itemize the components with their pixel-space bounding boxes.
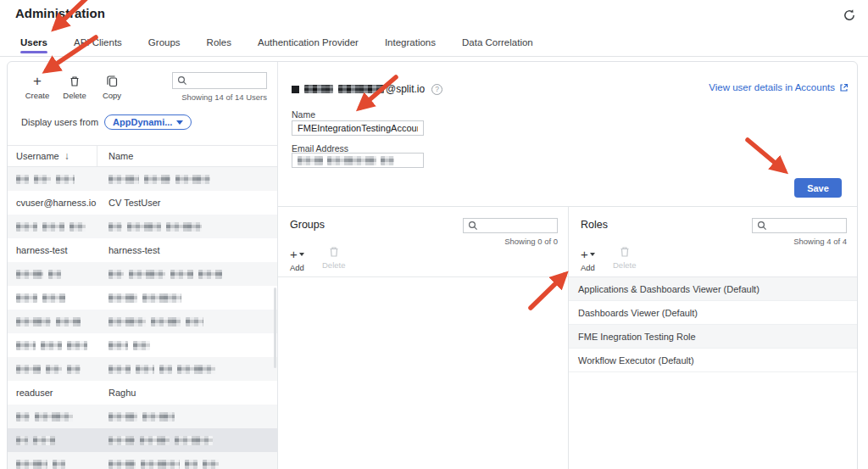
copy-icon <box>96 74 128 88</box>
user-name-cell: harness-test <box>97 245 277 255</box>
user-row[interactable] <box>8 357 277 381</box>
tab-data-correlation[interactable]: Data Correlation <box>462 34 533 54</box>
redacted-text <box>108 175 139 184</box>
display-users-dropdown[interactable]: AppDynami... <box>104 114 192 130</box>
email-domain: @split.io <box>386 83 425 95</box>
redacted-text <box>53 460 65 469</box>
user-name-cell <box>97 412 277 422</box>
copy-user-button[interactable]: Copy <box>96 74 128 104</box>
redacted-text <box>16 341 36 350</box>
user-name-cell <box>97 365 277 374</box>
user-username-cell <box>8 222 97 232</box>
redacted-text <box>203 460 219 469</box>
redacted-text <box>42 222 64 232</box>
tab-api-clients[interactable]: API Clients <box>74 34 122 54</box>
redacted-text <box>198 270 222 279</box>
tab-authentication-provider[interactable]: Authentication Provider <box>258 34 359 54</box>
search-icon <box>177 75 187 86</box>
redacted-text <box>141 460 180 469</box>
user-row[interactable] <box>8 286 277 310</box>
redacted-text <box>185 460 198 469</box>
name-input[interactable] <box>292 120 424 136</box>
user-row[interactable] <box>8 333 277 357</box>
plus-icon: + <box>581 248 588 260</box>
user-name-cell <box>97 341 277 350</box>
tab-users[interactable]: Users <box>20 34 47 54</box>
user-row[interactable]: cvuser@harness.ioCV TestUser <box>8 191 277 215</box>
redacted-text <box>108 293 137 303</box>
save-button[interactable]: Save <box>794 178 842 198</box>
user-detail-section: @split.io ? Name Email Address View user… <box>278 62 857 206</box>
refresh-icon[interactable] <box>841 7 858 24</box>
groups-search-input[interactable] <box>481 221 553 231</box>
tab-groups[interactable]: Groups <box>148 34 181 54</box>
chevron-down-icon <box>299 253 304 256</box>
user-name-cell <box>97 270 277 279</box>
delete-user-button[interactable]: Delete <box>58 74 91 104</box>
name-column-header[interactable]: Name <box>97 151 277 161</box>
user-row[interactable]: readuserRaghu <box>8 381 277 405</box>
create-user-button[interactable]: + Create <box>21 74 53 104</box>
groups-delete-button[interactable]: Delete <box>322 245 345 270</box>
user-row[interactable] <box>8 310 277 333</box>
redacted-text <box>16 436 28 445</box>
redacted-text <box>16 175 29 184</box>
external-link-icon <box>839 83 849 92</box>
view-accounts-link[interactable]: View user details in Accounts <box>709 82 849 92</box>
scrollbar-thumb[interactable] <box>274 288 276 368</box>
groups-panel: Groups Showing 0 of 0 + Add <box>278 207 569 469</box>
user-row[interactable] <box>8 215 277 238</box>
redacted-text <box>108 412 137 422</box>
redacted-text <box>108 341 128 350</box>
redacted-text <box>166 222 202 232</box>
user-row[interactable]: harness-testharness-test <box>8 238 277 262</box>
user-row[interactable] <box>8 452 277 469</box>
user-username-cell <box>8 293 97 303</box>
users-searchbox <box>172 72 267 89</box>
groups-add-button[interactable]: + Add <box>290 247 304 272</box>
tab-integrations[interactable]: Integrations <box>385 34 436 54</box>
help-icon[interactable]: ? <box>431 84 442 95</box>
role-row[interactable]: Applications & Dashboards Viewer (Defaul… <box>569 277 857 301</box>
users-search-input[interactable] <box>191 75 262 86</box>
redacted-text <box>140 436 170 445</box>
redacted-text <box>33 436 55 445</box>
user-row[interactable] <box>8 405 277 428</box>
tab-roles[interactable]: Roles <box>207 34 231 54</box>
groups-showing-count: Showing 0 of 0 <box>504 237 558 246</box>
role-row[interactable]: Workflow Executor (Default) <box>569 349 857 372</box>
username-column-header[interactable]: Username ↓ <box>8 146 97 166</box>
redacted-text <box>16 317 51 327</box>
roles-delete-button[interactable]: Delete <box>613 245 636 270</box>
redacted-text <box>108 317 146 327</box>
redacted-text <box>338 85 384 93</box>
redacted-text <box>42 293 65 303</box>
redacted-text <box>48 270 61 279</box>
redacted-text <box>108 436 135 445</box>
user-row[interactable] <box>8 262 277 286</box>
user-name-cell <box>97 436 277 445</box>
redacted-text <box>16 412 30 422</box>
redacted-text <box>298 156 323 165</box>
redacted-text <box>186 317 203 327</box>
user-detail-area: @split.io ? Name Email Address View user… <box>278 62 857 469</box>
redacted-text <box>327 156 376 165</box>
user-name-cell: CV TestUser <box>97 198 277 208</box>
user-username-cell <box>8 317 97 327</box>
roles-search-input[interactable] <box>771 221 842 231</box>
redacted-text <box>381 156 394 165</box>
role-row[interactable]: Dashboards Viewer (Default) <box>569 301 857 325</box>
redacted-text <box>136 365 154 374</box>
user-username-cell <box>8 175 97 184</box>
user-email-heading: @split.io ? <box>292 83 442 95</box>
redacted-text <box>70 222 86 232</box>
redacted-text <box>16 460 47 469</box>
chevron-down-icon <box>590 253 595 256</box>
roles-add-button[interactable]: + Add <box>581 247 595 272</box>
redacted-text <box>177 365 215 374</box>
user-row[interactable] <box>8 428 277 452</box>
email-input[interactable] <box>292 153 424 168</box>
search-icon <box>757 221 767 231</box>
role-row[interactable]: FME Inegration Testing Role <box>569 325 857 349</box>
user-row[interactable] <box>8 167 277 191</box>
